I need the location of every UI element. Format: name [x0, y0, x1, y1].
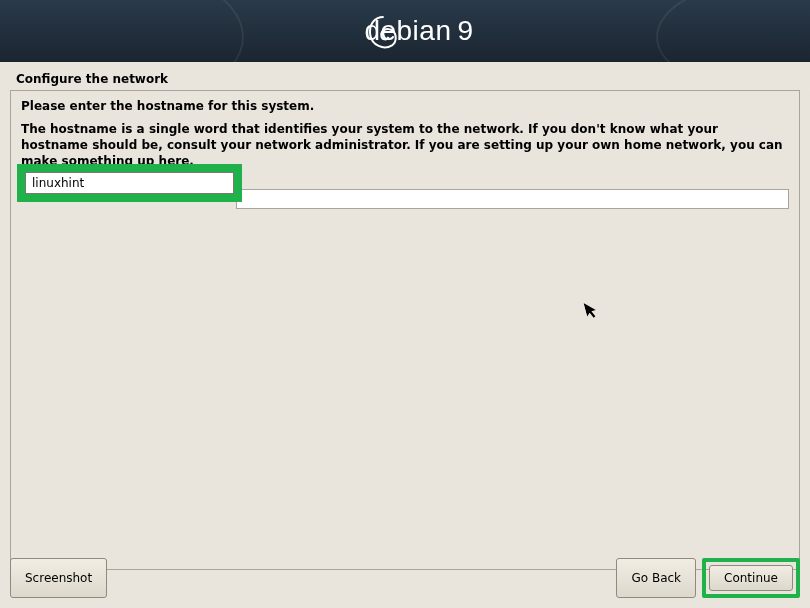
spacer — [107, 558, 616, 598]
continue-highlight: Continue — [702, 558, 800, 598]
config-panel: Please enter the hostname for this syste… — [10, 90, 800, 570]
hostname-highlight — [17, 164, 242, 202]
continue-button[interactable]: Continue — [709, 565, 793, 591]
prompt-text: Please enter the hostname for this syste… — [21, 99, 789, 113]
screenshot-button[interactable]: Screenshot — [10, 558, 107, 598]
hostname-input[interactable] — [25, 172, 234, 194]
go-back-button[interactable]: Go Back — [616, 558, 696, 598]
debian-swirl-icon — [365, 12, 399, 52]
hostname-input-extension[interactable] — [236, 189, 789, 209]
help-text: The hostname is a single word that ident… — [21, 121, 789, 170]
button-bar: Screenshot Go Back Continue — [10, 558, 800, 598]
brand-version: 9 — [458, 15, 474, 46]
cursor-icon — [583, 300, 600, 323]
installer-header: debian9 — [0, 0, 810, 62]
